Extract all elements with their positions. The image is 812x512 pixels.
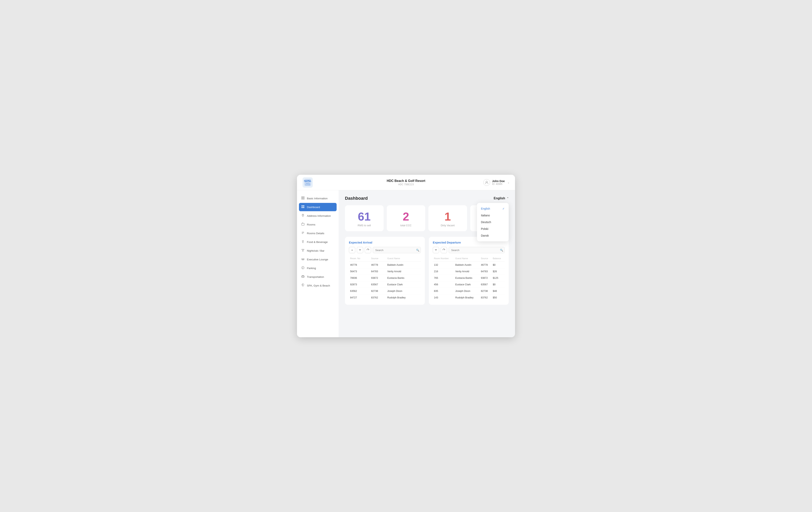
svg-rect-15 (301, 223, 304, 225)
sidebar-item-executive-lounge[interactable]: Executive Lounge (297, 255, 339, 264)
sidebar-item-basic-information[interactable]: Basic Information (297, 194, 339, 203)
cell-reser-no: 78936 (349, 275, 370, 281)
table-row: 78936 93872 Eustacia Banks (349, 275, 421, 281)
user-avatar-icon (483, 179, 490, 186)
table-row: 46778 46778 Baldwin Austin (349, 262, 421, 268)
cell-reser-no: 56473 (349, 268, 370, 275)
nightclub-bar-icon (301, 249, 304, 253)
filter-button[interactable] (357, 247, 363, 253)
stat-value-ccc: 2 (403, 211, 409, 222)
sidebar-item-parking[interactable]: P Parking (297, 264, 339, 272)
basic-information-icon (301, 197, 304, 200)
cell-guest-name: Rudolph Bradley (454, 295, 480, 301)
cell-guest-name: Verity Arnold (386, 268, 421, 275)
stat-label-dirty: Dirty Vacant (441, 224, 455, 227)
svg-text:HOTEL: HOTEL (304, 180, 312, 182)
add-button[interactable]: + (349, 247, 355, 253)
arrival-table-toolbar: + 🔍 (349, 247, 421, 253)
sidebar-item-spa-gym-beach[interactable]: SPA, Gym & Beach (297, 281, 339, 290)
executive-lounge-icon (301, 258, 304, 261)
language-button[interactable]: English ⌃ (494, 197, 509, 200)
svg-rect-11 (303, 205, 304, 207)
check-icon: ✓ (502, 207, 505, 210)
cell-source: 63567 (480, 281, 492, 288)
cell-guest-name: Eustacia Banks (454, 275, 480, 281)
lang-option-polski[interactable]: Polski (477, 225, 509, 232)
sidebar-label-spa-gym-beach: SPA, Gym & Beach (307, 284, 330, 287)
cell-room-number: 132 (433, 262, 454, 268)
cell-room-number: 143 (433, 295, 454, 301)
cell-source: 93872 (370, 275, 386, 281)
cell-source: 63567 (370, 281, 386, 288)
cell-source: 64783 (480, 268, 492, 275)
sidebar-label-address-information: Address Information (307, 214, 331, 217)
stat-value-dirty: 1 (444, 211, 451, 222)
departure-col-room: Room Number (433, 256, 454, 262)
hotel-id: HDC 75BE223 (398, 183, 414, 186)
sidebar-item-rooms[interactable]: Rooms (297, 220, 339, 229)
sidebar-item-transportation[interactable]: Transportation (297, 273, 339, 281)
svg-rect-6 (301, 197, 303, 198)
current-language: English (494, 197, 505, 200)
arrival-col-source: Sourse (370, 256, 386, 262)
table-row: 132 Baldwin Austin 46778 $0 (433, 262, 505, 268)
arrival-col-reser-no: Reser. No (349, 256, 370, 262)
departure-refresh-button[interactable] (441, 247, 447, 253)
lang-option-dansk[interactable]: Dansk (477, 232, 509, 239)
svg-point-25 (302, 277, 302, 278)
sidebar-item-address-information[interactable]: Address Information (297, 212, 339, 220)
sidebar-item-nightclub-bar[interactable]: Nightclub / Bar (297, 246, 339, 255)
cell-reser-no: 63562 (349, 288, 370, 295)
rooms-details-icon (301, 231, 304, 235)
user-info: John Doe ID: 40985 (492, 180, 505, 185)
sidebar-item-dashboard[interactable]: Dashboard (299, 203, 337, 211)
svg-text:DATA: DATA (306, 182, 310, 184)
sidebar-item-food-beverage[interactable]: Food & Beverage (297, 238, 339, 246)
logo-icon: HOTEL DATA CLOUD (302, 177, 313, 188)
cell-guest-name: Eustace Clark (454, 281, 480, 288)
cell-source: 82738 (480, 288, 492, 295)
dashboard-icon (301, 205, 304, 209)
departure-search-wrap: 🔍 (448, 247, 505, 253)
sidebar-label-parking: Parking (307, 267, 316, 270)
departure-search-input[interactable] (448, 247, 505, 253)
user-chevron-icon[interactable]: ⌄ (508, 181, 510, 184)
lang-option-english[interactable]: English ✓ (477, 205, 509, 212)
departure-filter-button[interactable] (433, 247, 439, 253)
cell-balance: $125 (492, 275, 505, 281)
table-row: 56473 64783 Verity Arnold (349, 268, 421, 275)
cell-room-number: 835 (433, 288, 454, 295)
tables-row: Expected Arrival + 🔍 (345, 237, 509, 305)
food-beverage-icon (301, 240, 304, 244)
stat-card-rms: 61 RMS to sell (345, 205, 384, 231)
language-selector[interactable]: English ⌃ English ✓ Italiano Deutsch (494, 197, 509, 200)
user-name: John Doe (492, 180, 505, 183)
cell-guest-name: Eustace Clark (386, 281, 421, 288)
cell-reser-no: 46778 (349, 262, 370, 268)
arrival-search-input[interactable] (373, 247, 421, 253)
cell-room-number: 216 (433, 268, 454, 275)
departure-col-source: Source (480, 256, 492, 262)
cell-balance: $48 (492, 288, 505, 295)
body-area: Basic Information Dashboard Address Info… (297, 190, 515, 337)
cell-balance: $0 (492, 262, 505, 268)
cell-reser-no: 92873 (349, 281, 370, 288)
lang-option-italiano[interactable]: Italiano (477, 212, 509, 219)
sidebar-label-food-beverage: Food & Beverage (307, 241, 328, 243)
lang-option-deutsch[interactable]: Deutsch (477, 219, 509, 225)
sidebar-item-rooms-details[interactable]: Rooms Details (297, 229, 339, 237)
cell-source: 46778 (480, 262, 492, 268)
svg-rect-7 (303, 197, 304, 198)
table-row: 456 Eustace Clark 63567 $0 (433, 281, 505, 288)
parking-icon: P (301, 266, 304, 270)
hotel-name: HDC Beach & Golf Resort (387, 179, 426, 183)
svg-point-26 (303, 277, 304, 278)
table-row: 765 Eustacia Banks 93872 $125 (433, 275, 505, 281)
sidebar-label-nightclub-bar: Nightclub / Bar (307, 249, 324, 252)
refresh-button[interactable] (365, 247, 371, 253)
cell-guest-name: Joseph Dixon (454, 288, 480, 295)
cell-source: 93872 (480, 275, 492, 281)
cell-source: 83762 (480, 295, 492, 301)
stat-card-dirty-vacant: 1 Dirty Vacant (428, 205, 467, 231)
departure-col-guest: Guest Name (454, 256, 480, 262)
